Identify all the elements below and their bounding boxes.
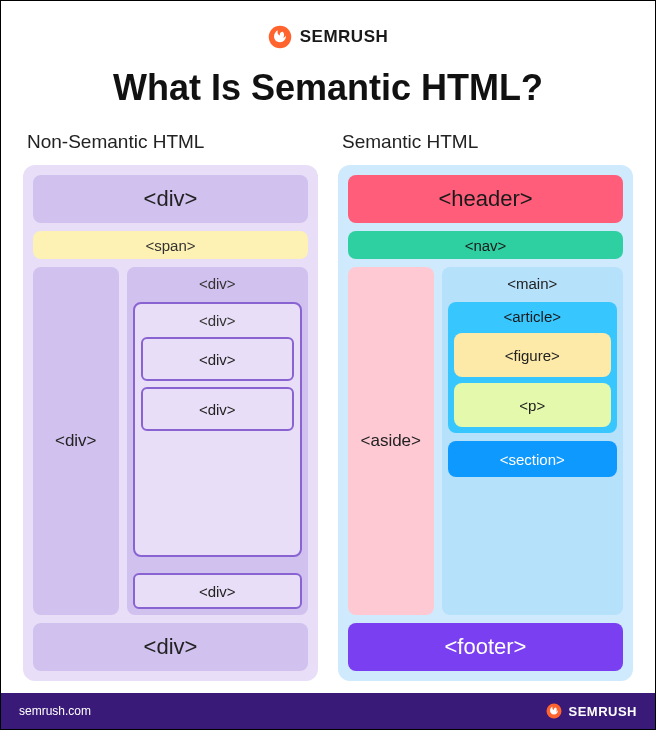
nav-box: <nav> xyxy=(348,231,623,259)
infographic-frame: SEMRUSH What Is Semantic HTML? Non-Seman… xyxy=(0,0,656,730)
main-label: <main> xyxy=(448,273,618,294)
footer-url: semrush.com xyxy=(19,704,91,718)
top-logo: SEMRUSH xyxy=(23,25,633,49)
article-label: <article> xyxy=(454,308,612,327)
panel-semantic: <header> <nav> <aside> <main> <article> … xyxy=(338,165,633,681)
columns-wrapper: Non-Semantic HTML <div> <span> <div> <di… xyxy=(23,131,633,681)
semrush-fire-icon xyxy=(546,703,562,719)
bottom-bar: semrush.com SEMRUSH xyxy=(1,693,655,729)
article-box: <article> <figure> <p> xyxy=(448,302,618,433)
panel-non-semantic: <div> <span> <div> <div> <div> <div> <di… xyxy=(23,165,318,681)
main-box: <main> <article> <figure> <p> <section> xyxy=(442,267,624,615)
section-box: <section> xyxy=(448,441,618,477)
div-inner-group-label: <div> xyxy=(141,310,295,331)
page-title: What Is Semantic HTML? xyxy=(23,67,633,109)
column-non-semantic: Non-Semantic HTML <div> <span> <div> <di… xyxy=(23,131,318,681)
div-inner-1: <div> xyxy=(141,337,295,381)
header-box: <header> xyxy=(348,175,623,223)
aside-box: <aside> xyxy=(348,267,434,615)
div-inner-2: <div> xyxy=(141,387,295,431)
div-footer-box: <div> xyxy=(33,623,308,671)
middle-row-right: <aside> <main> <article> <figure> <p> <s… xyxy=(348,267,623,615)
p-box: <p> xyxy=(454,383,612,427)
footer-brand-text: SEMRUSH xyxy=(568,704,637,719)
semrush-fire-icon xyxy=(268,25,292,49)
content-area: SEMRUSH What Is Semantic HTML? Non-Seman… xyxy=(1,1,655,693)
middle-row-left: <div> <div> <div> <div> <div> <div> xyxy=(33,267,308,615)
div-lower: <div> xyxy=(133,573,303,609)
column-semantic: Semantic HTML <header> <nav> <aside> <ma… xyxy=(338,131,633,681)
footer-box: <footer> xyxy=(348,623,623,671)
div-side-box: <div> xyxy=(33,267,119,615)
div-main-box: <div> <div> <div> <div> <div> xyxy=(127,267,309,615)
div-header-box: <div> xyxy=(33,175,308,223)
footer-logo: SEMRUSH xyxy=(546,703,637,719)
span-box: <span> xyxy=(33,231,308,259)
column-heading-right: Semantic HTML xyxy=(338,131,633,153)
brand-text: SEMRUSH xyxy=(300,27,389,47)
div-main-label: <div> xyxy=(133,273,303,294)
column-heading-left: Non-Semantic HTML xyxy=(23,131,318,153)
figure-box: <figure> xyxy=(454,333,612,377)
div-inner-group: <div> <div> <div> xyxy=(133,302,303,557)
